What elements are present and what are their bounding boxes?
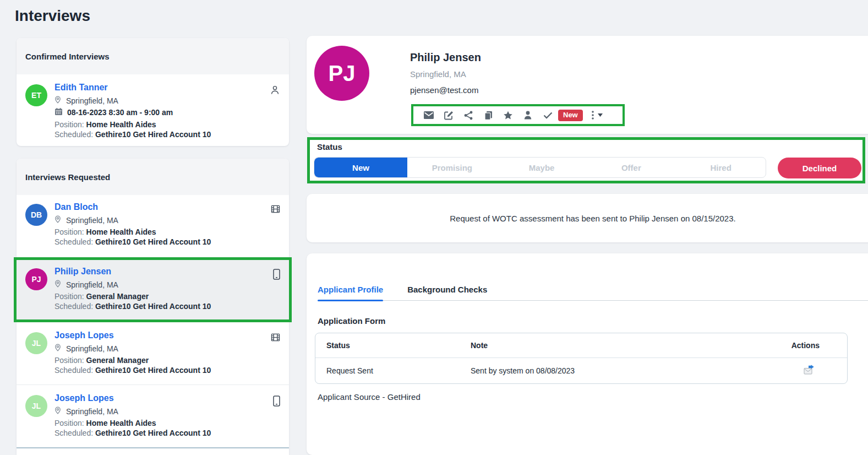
column-header-status: Status [315, 333, 460, 358]
location-pin-icon [54, 407, 61, 416]
list-item-philip-jensen[interactable]: PJ Philip Jensen Springfield, MA Positio… [17, 258, 289, 321]
column-header-note: Note [460, 333, 743, 358]
cell-status: Request Sent [315, 358, 460, 383]
status-option-promising[interactable]: Promising [407, 158, 497, 177]
phone-icon [273, 396, 280, 409]
interview-datetime: 08-16-2023 8:30 am - 9:00 am [67, 108, 173, 117]
avatar: DB [25, 204, 47, 226]
application-form-title: Application Form [318, 316, 385, 326]
scheduled-value: Gethire10 Get Hired Account 10 [95, 237, 211, 246]
list-item-joseph-lopes-1[interactable]: JL Joseph Lopes Springfield, MA Position… [17, 322, 289, 384]
avatar: PJ [314, 46, 369, 101]
applicant-name-link[interactable]: Dan Bloch [54, 202, 98, 212]
scheduled-value: Gethire10 Get Hired Account 10 [95, 429, 211, 437]
star-icon[interactable] [498, 111, 518, 120]
applicant-header-card: PJ Philip Jensen Springfield, MA pjensen… [307, 36, 868, 134]
status-option-maybe[interactable]: Maybe [497, 158, 587, 177]
tab-bar: Applicant Profile Background Checks [318, 280, 868, 301]
share-icon[interactable] [458, 111, 478, 120]
more-options-icon[interactable] [592, 111, 603, 120]
interviews-requested-header: Interviews Requested [17, 159, 289, 195]
declined-button[interactable]: Declined [778, 158, 861, 178]
phone-icon [273, 269, 280, 282]
page-title: Interviews [15, 7, 90, 25]
status-segmented-control: New Promising Maybe Offer Hired [314, 157, 766, 178]
applicant-name-link[interactable]: Joseph Lopes [54, 331, 114, 340]
position-label: Position: [54, 292, 84, 301]
position-value: General Manager [86, 356, 149, 365]
email-icon[interactable] [419, 111, 439, 119]
status-section: Status New Promising Maybe Offer Hired D… [307, 137, 865, 183]
scheduled-label: Scheduled: [54, 237, 93, 246]
calendar-icon [54, 107, 63, 118]
avatar: JL [25, 332, 47, 354]
applicant-name-link[interactable]: Joseph Lopes [54, 393, 114, 403]
tab-applicant-profile[interactable]: Applicant Profile [318, 280, 383, 300]
status-badge[interactable]: New [558, 110, 583, 121]
avatar: ET [25, 84, 47, 106]
avatar: PJ [25, 268, 47, 290]
film-icon [271, 333, 280, 344]
position-value: General Manager [86, 292, 149, 301]
resend-email-icon[interactable] [803, 365, 815, 377]
cell-note: Sent by system on 08/08/2023 [460, 358, 743, 383]
position-label: Position: [54, 419, 84, 427]
person-icon [270, 85, 280, 98]
status-option-new[interactable]: New [314, 158, 407, 177]
status-option-hired[interactable]: Hired [676, 158, 766, 177]
list-item-edith-tanner[interactable]: ET Edith Tanner Springfield, MA 08-16-20… [17, 74, 289, 146]
applicant-actions-toolbar: New [411, 104, 625, 126]
applicant-detail-card: Applicant Profile Background Checks Appl… [307, 253, 868, 455]
position-value: Home Health Aides [86, 120, 156, 129]
scheduled-label: Scheduled: [54, 429, 93, 437]
location-pin-icon [54, 344, 61, 354]
edit-icon[interactable] [439, 111, 458, 120]
list-item-dan-bloch[interactable]: DB Dan Bloch Springfield, MA Position: H… [17, 194, 289, 257]
column-header-actions: Actions [743, 333, 847, 358]
location-text: Springfield, MA [66, 344, 118, 354]
scheduled-value: Gethire10 Get Hired Account 10 [95, 302, 211, 311]
scheduled-value: Gethire10 Get Hired Account 10 [95, 130, 211, 139]
location-pin-icon [54, 96, 61, 106]
person-icon[interactable] [518, 111, 538, 120]
position-value: Home Health Aides [86, 228, 156, 236]
table-row: Request Sent Sent by system on 08/08/202… [315, 358, 847, 383]
film-icon [271, 204, 280, 216]
scheduled-label: Scheduled: [54, 302, 93, 311]
list-item-joseph-lopes-2[interactable]: JL Joseph Lopes Springfield, MA Position… [17, 385, 289, 447]
position-label: Position: [54, 356, 84, 365]
applicant-name: Philip Jensen [410, 51, 481, 64]
chevron-down-icon [598, 113, 603, 117]
position-label: Position: [54, 120, 84, 129]
location-text: Springfield, MA [66, 280, 118, 290]
applicant-email: pjensen@test.com [410, 85, 478, 95]
applicant-name-link[interactable]: Edith Tanner [54, 83, 108, 93]
position-value: Home Health Aides [86, 419, 156, 427]
position-label: Position: [54, 228, 84, 236]
scheduled-value: Gethire10 Get Hired Account 10 [95, 366, 211, 375]
applicant-source-text: Applicant Source - GetHired [318, 392, 421, 402]
wotc-notice-card: Request of WOTC assessment has been sent… [307, 194, 868, 242]
scheduled-label: Scheduled: [54, 130, 93, 139]
avatar: JL [25, 395, 47, 417]
location-pin-icon [54, 215, 61, 225]
interviews-requested-card: Interviews Requested DB Dan Bloch Spring… [17, 159, 289, 455]
section-divider [17, 447, 289, 448]
applicant-name-link[interactable]: Philip Jensen [54, 267, 111, 277]
applicant-location: Springfield, MA [410, 69, 466, 79]
confirmed-interviews-header: Confirmed Interviews [17, 38, 289, 74]
confirmed-interviews-card: Confirmed Interviews ET Edith Tanner Spr… [17, 38, 289, 146]
status-label: Status [317, 142, 342, 151]
check-icon[interactable] [538, 112, 558, 119]
location-text: Springfield, MA [66, 216, 118, 225]
location-text: Springfield, MA [66, 407, 118, 416]
tab-background-checks[interactable]: Background Checks [407, 280, 487, 300]
copy-icon[interactable] [478, 111, 498, 120]
location-pin-icon [54, 280, 61, 290]
status-option-offer[interactable]: Offer [587, 158, 676, 177]
scheduled-label: Scheduled: [54, 366, 93, 375]
location-text: Springfield, MA [66, 96, 118, 106]
wotc-notice-text: Request of WOTC assessment has been sent… [450, 214, 735, 223]
application-form-table: Status Note Actions Request Sent Sent by… [315, 333, 848, 384]
